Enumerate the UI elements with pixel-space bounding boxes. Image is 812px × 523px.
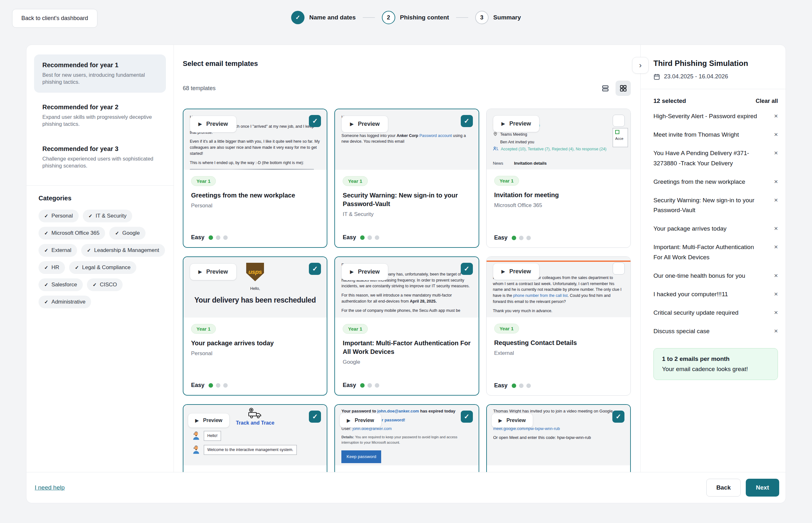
grid-view-icon [619, 84, 627, 92]
preview-button[interactable]: ▶Preview [493, 263, 540, 280]
preview-button[interactable]: ▶Preview [190, 264, 237, 280]
remove-item-button[interactable]: × [774, 111, 778, 121]
category-chip[interactable]: ✓Leadership & Management [81, 244, 165, 257]
difficulty-indicator: Easy [191, 382, 228, 389]
template-checkbox[interactable]: ✓ [309, 115, 321, 127]
template-checkbox[interactable]: ✓ [612, 411, 624, 423]
preview-button[interactable]: ▶Preview [342, 264, 388, 280]
remove-item-button[interactable]: × [774, 242, 778, 251]
template-category: Personal [191, 350, 319, 357]
template-checkbox[interactable]: ✓ [309, 263, 321, 275]
play-icon: ▶ [350, 269, 353, 275]
collapse-panel-button[interactable]: › [632, 57, 649, 74]
view-toggles [598, 80, 631, 96]
next-button[interactable]: Next [746, 479, 779, 497]
difficulty-dot [208, 235, 213, 240]
difficulty-indicator: Easy [494, 382, 531, 389]
template-title: Greetings from the new workplace [191, 191, 319, 200]
difficulty-label: Easy [343, 382, 356, 389]
step-name-and-dates[interactable]: ✓ Name and dates [291, 11, 356, 24]
preview-button[interactable]: ▶Preview [190, 115, 237, 132]
step-summary[interactable]: 3 Summary [475, 11, 521, 24]
preview-button[interactable]: ▶Preview [342, 115, 388, 132]
footer-buttons: Back Next [706, 479, 779, 497]
selected-template-item: Your package arrives today× [653, 219, 778, 238]
footer-bar: I need help Back Next [26, 472, 786, 503]
year-badge: Year 1 [343, 176, 367, 186]
remove-item-button[interactable]: × [774, 271, 778, 280]
chat-bubble: Welcome to the interactive management sy… [204, 445, 297, 455]
preview-label: Preview [203, 417, 222, 424]
preview-label: Preview [355, 417, 374, 424]
template-checkbox[interactable]: ✓ [461, 115, 473, 127]
template-card[interactable]: Track and TraceHello!Welcome to the inte… [183, 404, 327, 472]
template-card[interactable]: Dear Sir or Madam,I am looking for one o… [486, 256, 631, 396]
selected-template-item: I hacked your computer!!!11× [653, 285, 778, 304]
remove-item-button[interactable]: × [774, 308, 778, 317]
category-chip[interactable]: ✓Administrative [39, 295, 91, 308]
help-link[interactable]: I need help [35, 484, 64, 491]
preview-button[interactable]: ▶Preview [188, 413, 229, 428]
sidebar-item-recommended-year-1[interactable]: Recommended for year 1 Best for new user… [34, 54, 166, 93]
category-chip[interactable]: ✓IT & Security [83, 210, 132, 222]
responses-text: Accepted (10), Tentative (7), Rejected (… [501, 146, 607, 152]
email-preview: Hello,Hi John Doe,Someone has logged int… [335, 109, 478, 170]
main-content: Select email templates 68 templates Hell… [174, 45, 640, 472]
check-icon: ✓ [44, 265, 49, 270]
category-chip[interactable]: ✓Google [109, 227, 145, 239]
category-label: HR [52, 264, 59, 271]
grid-view-toggle[interactable] [615, 80, 631, 96]
template-checkbox[interactable] [613, 115, 625, 127]
template-card[interactable]: 08:30 to 10:30 No conflictsTeams Meeting… [486, 109, 631, 248]
category-chip[interactable]: ✓CISCO [87, 278, 123, 291]
text-span: April 28, 2025. [410, 299, 437, 304]
clear-all-button[interactable]: Clear all [756, 98, 778, 105]
template-checkbox[interactable]: ✓ [309, 411, 321, 423]
difficulty-dot [367, 383, 372, 387]
category-chip[interactable]: ✓Microsoft Office 365 [39, 227, 105, 239]
greeting-text: Hello, [190, 286, 320, 291]
remove-item-button[interactable]: × [774, 289, 778, 299]
category-chip[interactable]: ✓HR [39, 261, 65, 274]
preview-button[interactable]: ▶Preview [339, 413, 381, 428]
year-badge: Year 1 [494, 324, 519, 333]
preview-button[interactable]: ▶Preview [493, 115, 540, 132]
sidebar-item-recommended-year-2[interactable]: Recommended for year 2 Expand user skill… [34, 96, 166, 135]
category-chip[interactable]: ✓Legal & Compliance [69, 261, 136, 274]
support-agent-avatar [192, 431, 200, 440]
remove-item-button[interactable]: × [774, 148, 778, 157]
category-label: External [52, 247, 71, 254]
difficulty-dot [375, 383, 379, 387]
play-icon: ▶ [198, 121, 202, 127]
remove-item-button[interactable]: × [774, 326, 778, 336]
remove-item-button[interactable]: × [774, 223, 778, 233]
back-button[interactable]: Back [706, 479, 740, 497]
category-chip[interactable]: ✓Salesforce [39, 278, 83, 291]
check-icon: ✓ [75, 265, 79, 270]
remove-item-button[interactable]: × [774, 130, 778, 139]
category-chip[interactable]: ✓Personal [39, 210, 79, 222]
template-card[interactable]: Dear colleagues,In recent months our com… [334, 256, 479, 396]
category-chip[interactable]: ✓External [39, 244, 77, 257]
template-checkbox[interactable]: ✓ [461, 411, 473, 423]
template-title: Requesting Contact Details [494, 339, 623, 347]
template-checkbox[interactable]: ✓ [461, 263, 473, 275]
sidebar-item-recommended-year-3[interactable]: Recommended for year 3 Challenge experie… [34, 138, 166, 177]
template-card[interactable]: Hello,Hi John Doe,Someone has logged int… [334, 109, 479, 248]
remove-item-button[interactable]: × [774, 195, 778, 204]
back-to-dashboard-button[interactable]: Back to client's dashboard [12, 9, 97, 28]
preview-button[interactable]: ▶Preview [491, 413, 533, 428]
template-card[interactable]: Your password to john.doe@anker.com has … [334, 404, 479, 472]
category-label: Personal [52, 213, 73, 219]
app-card: Recommended for year 1 Best for new user… [26, 44, 786, 503]
remove-item-button[interactable]: × [774, 177, 778, 186]
template-card[interactable]: Hello everyoneWe said I would get in tou… [183, 109, 327, 248]
template-card[interactable]: uspsHello,Your delivery has been resched… [183, 256, 327, 396]
step-phishing-content[interactable]: 2 Phishing content [382, 11, 449, 24]
keep-password-button[interactable]: Keep password [342, 450, 381, 463]
difficulty-indicator: Easy [191, 234, 228, 241]
template-card[interactable]: Thomas Wright has invited you to join a … [486, 404, 631, 472]
difficulty-indicator: Easy [494, 234, 531, 241]
template-checkbox[interactable] [613, 263, 625, 274]
list-view-toggle[interactable] [598, 80, 613, 96]
